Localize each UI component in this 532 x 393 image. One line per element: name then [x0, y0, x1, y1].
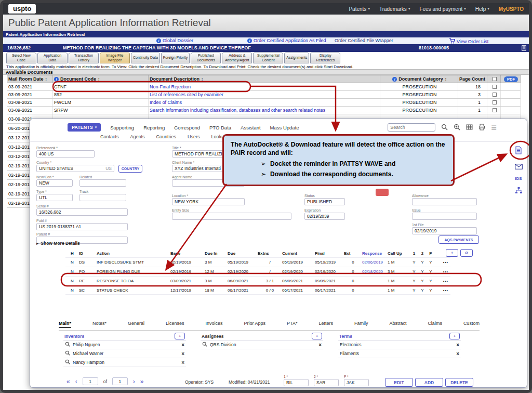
remove-icon[interactable]: ×: [456, 342, 459, 348]
subnav-agents[interactable]: Agents: [130, 134, 145, 141]
pdf-button[interactable]: PDF: [504, 76, 518, 82]
field-related-value[interactable]: [79, 179, 126, 187]
field-publ-value[interactable]: US 2019-0188371 A1: [36, 223, 128, 230]
attorney-2-value[interactable]: SAR: [314, 379, 339, 386]
nav-mass-update[interactable]: Mass Update: [270, 125, 299, 130]
subnav-contacts[interactable]: Contacts: [100, 134, 119, 141]
field-location-value[interactable]: NEW YORK: [172, 198, 245, 205]
info-icon[interactable]: i: [54, 77, 59, 82]
remove-icon[interactable]: ×: [181, 342, 184, 348]
field-country-value[interactable]: UNITED STATES: [39, 166, 73, 171]
documents-icon[interactable]: [514, 146, 523, 154]
envelope-icon[interactable]: [514, 164, 523, 169]
aqs-payments-button[interactable]: AQS PAYMENTS: [438, 235, 479, 244]
tab-image-file-wrapper[interactable]: Image File Wrapper: [100, 53, 130, 63]
tab-abstract[interactable]: Abstract: [389, 321, 406, 328]
row-checkbox[interactable]: [493, 108, 497, 112]
tab-letters[interactable]: Letters: [318, 321, 333, 328]
next-page-icon[interactable]: ›: [133, 378, 135, 385]
add-button[interactable]: ADD: [415, 378, 443, 387]
tab-licenses[interactable]: Licenses: [166, 321, 184, 328]
hamburger-menu-icon[interactable]: ☰: [491, 124, 497, 131]
link-global-dossier[interactable]: iGlobal Dossier: [156, 38, 193, 43]
tab-custom[interactable]: Custom: [463, 321, 480, 328]
search-input[interactable]: [388, 123, 435, 132]
tab-invoices[interactable]: Invoices: [206, 321, 223, 328]
remove-icon[interactable]: ×: [181, 351, 184, 357]
nav-reporting[interactable]: Reporting: [143, 125, 165, 130]
select-all-checkbox[interactable]: [493, 77, 497, 81]
col-document-code[interactable]: iDocument Code↕: [53, 75, 149, 83]
tab-address-attorney[interactable]: Address & Attorney/Agent: [222, 53, 252, 63]
nav-help[interactable]: Help▾: [475, 6, 489, 12]
attorney-1-value[interactable]: BIL: [284, 379, 309, 386]
info-icon[interactable]: i: [392, 77, 397, 82]
document-link-search-information[interactable]: Search information including classificat…: [150, 108, 325, 113]
tab-transaction-history[interactable]: Transaction History: [69, 53, 99, 63]
uspto-logo[interactable]: uspto: [8, 4, 36, 14]
add-inventor-button[interactable]: +: [175, 333, 185, 339]
row-menu-icon[interactable]: •••: [435, 289, 450, 292]
add-assignee-button[interactable]: +: [312, 333, 322, 339]
field-reference-value[interactable]: 400 US: [36, 150, 95, 158]
tab-display-references[interactable]: Display References: [310, 53, 340, 63]
search-icon[interactable]: [65, 350, 70, 357]
remove-icon[interactable]: ×: [181, 360, 184, 365]
link-order-certified-wrapper[interactable]: Order Certified File Wrapper: [335, 38, 393, 43]
col-document-category[interactable]: iDocument Category↕: [380, 75, 458, 83]
tab-foreign-priority[interactable]: Foreign Priority: [161, 53, 190, 63]
tab-select-new-case[interactable]: Select New Case: [6, 53, 36, 63]
nav-trademarks[interactable]: Trademarks▾: [379, 6, 410, 12]
tab-notes[interactable]: Notes*: [92, 321, 107, 328]
nav-fees[interactable]: Fees and payment▾: [419, 6, 466, 12]
row-checkbox[interactable]: [493, 85, 497, 89]
field-newcon-value[interactable]: NEW: [36, 179, 73, 187]
field-issue-value[interactable]: [412, 213, 477, 220]
col-page-count[interactable]: Page Count↕: [458, 75, 487, 83]
field-first-file-value[interactable]: 02/19/2019: [412, 227, 477, 234]
nav-myuspto[interactable]: MyUSPTO: [499, 6, 524, 12]
grid-view-icon[interactable]: [466, 124, 473, 132]
prev-page-icon[interactable]: ‹: [75, 378, 77, 385]
nav-supporting[interactable]: Supporting: [110, 125, 134, 130]
sort-icon[interactable]: ↕: [445, 77, 447, 82]
field-type-value[interactable]: UTL: [36, 194, 73, 201]
row-menu-icon[interactable]: •••: [435, 260, 450, 264]
sort-icon[interactable]: ↕: [45, 77, 47, 82]
ids-link[interactable]: IDS: [514, 176, 523, 181]
edit-button[interactable]: EDIT: [385, 378, 413, 387]
print-icon[interactable]: [478, 124, 485, 132]
response-link[interactable]: 02/06/2019: [362, 260, 388, 265]
search-icon[interactable]: [441, 124, 448, 132]
document-link-non-final-rejection[interactable]: Non-Final Rejection: [150, 84, 191, 89]
response-link[interactable]: 02/18/2020: [362, 269, 388, 274]
field-entity-size-value[interactable]: [172, 213, 291, 220]
tab-general[interactable]: General: [128, 321, 144, 328]
tab-assignments[interactable]: Assignments: [284, 53, 309, 63]
block-docket-button[interactable]: ⊘: [460, 249, 473, 257]
patents-menu-button[interactable]: PATENTS▾: [68, 123, 101, 132]
tab-claims[interactable]: Claims: [428, 321, 442, 328]
remove-icon[interactable]: ×: [456, 351, 459, 357]
tab-main[interactable]: Main*: [59, 321, 71, 328]
search-icon[interactable]: [65, 359, 70, 365]
field-expiration-value[interactable]: 02/19/2039: [304, 213, 345, 220]
add-docket-button[interactable]: +: [446, 249, 458, 257]
tab-supplemental-content[interactable]: Supplemental Content: [253, 53, 283, 63]
tab-published-documents[interactable]: Published Documents: [191, 53, 221, 63]
tab-prior-apps[interactable]: Prior Apps: [244, 321, 266, 328]
search-icon[interactable]: [65, 342, 70, 348]
sort-icon[interactable]: ↕: [98, 77, 100, 82]
subnav-countries[interactable]: Countries: [156, 134, 177, 141]
sort-icon[interactable]: ↕: [201, 77, 203, 82]
zoom-in-icon[interactable]: [454, 124, 460, 132]
row-menu-icon[interactable]: •••: [435, 270, 450, 273]
row-checkbox[interactable]: [493, 93, 497, 97]
show-more-details[interactable]: ▸Show More Details: [36, 241, 80, 246]
tab-family[interactable]: Family: [354, 321, 368, 328]
last-page-icon[interactable]: »: [140, 378, 144, 385]
field-status-value[interactable]: PUBLISHED: [304, 198, 345, 205]
field-allowance-value[interactable]: [412, 198, 477, 205]
partially-hidden-save-button[interactable]: [376, 189, 389, 196]
current-page[interactable]: 1: [83, 377, 98, 385]
